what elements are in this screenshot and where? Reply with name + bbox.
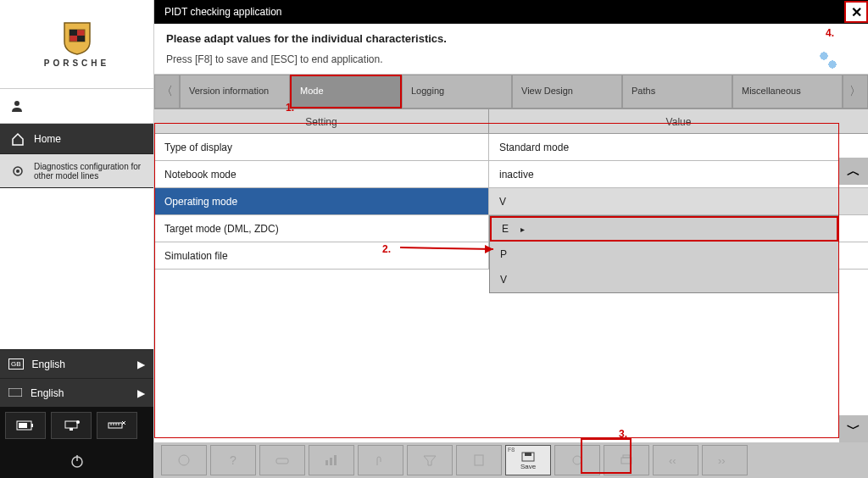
tab-miscellaneous[interactable]: Miscellaneous bbox=[732, 75, 843, 108]
svg-rect-6 bbox=[8, 388, 22, 397]
col-setting: Setting bbox=[154, 109, 489, 133]
tab-version-info[interactable]: Version information bbox=[180, 75, 290, 108]
chevron-down-icon: ﹀ bbox=[847, 420, 860, 438]
fkey-f9[interactable] bbox=[554, 445, 600, 475]
tab-paths[interactable]: Paths bbox=[622, 75, 732, 108]
dropdown-option-p[interactable]: P bbox=[490, 242, 838, 267]
main-area: PIDT checking application ✕ Please adapt… bbox=[154, 0, 868, 478]
fkey-f10[interactable] bbox=[604, 445, 649, 475]
tab-view-design[interactable]: View Design bbox=[512, 75, 622, 108]
dropdown-option-v[interactable]: V bbox=[490, 267, 838, 292]
battery-button[interactable] bbox=[5, 412, 46, 439]
svg-point-3 bbox=[14, 101, 19, 106]
keyboard-icon bbox=[8, 387, 22, 399]
operating-mode-dropdown: E▸ P V bbox=[489, 215, 839, 293]
nav-home-label: Home bbox=[34, 133, 153, 145]
row-type-of-display[interactable]: Type of display Standard mode bbox=[154, 134, 868, 161]
function-key-bar: ? F8 Save ‹‹ ›› bbox=[154, 442, 868, 478]
chevron-right-icon: 〉 bbox=[849, 84, 861, 99]
language-input-label: English bbox=[31, 387, 64, 399]
ruler-close-icon bbox=[108, 420, 126, 431]
network-button[interactable] bbox=[51, 412, 92, 439]
save-icon bbox=[520, 451, 536, 463]
nav-diagnostics[interactable]: Diagnostics configuration for other mode… bbox=[0, 154, 153, 188]
user-row bbox=[0, 89, 153, 123]
svg-rect-32 bbox=[621, 458, 632, 464]
row-target-mode[interactable]: Target mode (DML, ZDC) E▸ P V bbox=[154, 215, 868, 242]
fkey-number: F8 bbox=[508, 447, 515, 453]
home-icon bbox=[10, 131, 25, 147]
gb-badge-icon: GB bbox=[8, 358, 24, 370]
tab-scroll-right[interactable]: 〉 bbox=[843, 75, 868, 108]
back-icon: ‹‹ bbox=[667, 453, 684, 467]
user-icon bbox=[10, 99, 24, 113]
window-title: PIDT checking application bbox=[164, 6, 282, 18]
dropdown-option-e[interactable]: E▸ bbox=[490, 216, 838, 242]
language-display-label: English bbox=[32, 358, 65, 370]
power-button[interactable] bbox=[63, 448, 92, 474]
svg-point-31 bbox=[573, 456, 581, 464]
battery-icon bbox=[16, 420, 35, 431]
fkey-f12[interactable]: ›› bbox=[702, 445, 748, 475]
chevron-right-icon: ▶ bbox=[137, 358, 145, 370]
cursor-icon: ▸ bbox=[520, 225, 525, 234]
sidebar: PORSCHE Home Diagnostics configuration f… bbox=[0, 0, 154, 478]
tab-scroll-left[interactable]: 〈 bbox=[154, 75, 180, 108]
fkey-f5[interactable] bbox=[358, 445, 403, 475]
column-header: Setting Value bbox=[154, 108, 868, 134]
language-display[interactable]: GB English ▶ bbox=[0, 349, 153, 378]
nav-home[interactable]: Home bbox=[0, 124, 153, 154]
chevron-up-icon: ︿ bbox=[847, 163, 860, 181]
gear-graphic-icon bbox=[817, 49, 843, 75]
svg-point-5 bbox=[16, 170, 19, 173]
hand-icon bbox=[372, 453, 389, 467]
svg-rect-27 bbox=[334, 455, 337, 465]
nav-diag-label: Diagnostics configuration for other mode… bbox=[34, 162, 153, 181]
forward-icon: ›› bbox=[716, 453, 733, 467]
help-icon bbox=[175, 453, 192, 467]
question-icon: ? bbox=[225, 453, 242, 467]
tab-bar: 〈 Version information Mode Logging View … bbox=[154, 75, 868, 108]
svg-rect-9 bbox=[19, 423, 27, 428]
network-icon bbox=[62, 420, 81, 431]
power-row bbox=[0, 444, 153, 478]
row-operating-mode[interactable]: Operating mode V bbox=[154, 188, 868, 215]
scroll-up-button[interactable]: ︿ bbox=[839, 158, 868, 185]
brand-logo-area: PORSCHE bbox=[0, 0, 153, 88]
svg-rect-24 bbox=[276, 459, 288, 464]
chevron-right-icon: ▶ bbox=[137, 387, 145, 399]
svg-text:››: ›› bbox=[718, 454, 726, 467]
scroll-down-button[interactable]: ﹀ bbox=[839, 415, 868, 442]
titlebar: PIDT checking application ✕ bbox=[154, 0, 868, 24]
settings-grid: Type of display Standard mode Notebook m… bbox=[154, 134, 868, 442]
language-input[interactable]: English ▶ bbox=[0, 378, 153, 407]
ruler-button[interactable] bbox=[97, 412, 137, 439]
svg-rect-1 bbox=[70, 30, 77, 36]
fkey-f11[interactable]: ‹‹ bbox=[653, 445, 698, 475]
svg-rect-33 bbox=[623, 455, 630, 458]
fkey-f3[interactable] bbox=[259, 445, 305, 475]
svg-rect-2 bbox=[77, 36, 85, 42]
fkey-f1[interactable] bbox=[161, 445, 207, 475]
svg-rect-25 bbox=[326, 460, 328, 465]
car-icon bbox=[274, 453, 291, 467]
gear-icon bbox=[10, 164, 25, 179]
fkey-f2[interactable]: ? bbox=[210, 445, 256, 475]
porsche-crest-icon bbox=[63, 21, 92, 55]
brand-text: PORSCHE bbox=[44, 58, 109, 68]
power-icon bbox=[70, 453, 85, 469]
row-notebook-mode[interactable]: Notebook mode inactive bbox=[154, 161, 868, 188]
fkey-f6[interactable] bbox=[407, 445, 453, 475]
close-button[interactable]: ✕ bbox=[844, 1, 868, 23]
fkey-f7[interactable] bbox=[456, 445, 502, 475]
subheader: Please adapt values for the individual c… bbox=[154, 24, 868, 75]
svg-point-12 bbox=[76, 420, 80, 424]
tab-logging[interactable]: Logging bbox=[402, 75, 512, 108]
tool-icon bbox=[569, 453, 586, 467]
svg-rect-8 bbox=[31, 424, 33, 427]
tab-mode[interactable]: Mode bbox=[290, 75, 402, 108]
fkey-f8-save[interactable]: F8 Save bbox=[505, 445, 551, 475]
document-icon bbox=[470, 453, 487, 467]
fkey-f4[interactable] bbox=[309, 445, 354, 475]
svg-rect-13 bbox=[108, 423, 122, 428]
